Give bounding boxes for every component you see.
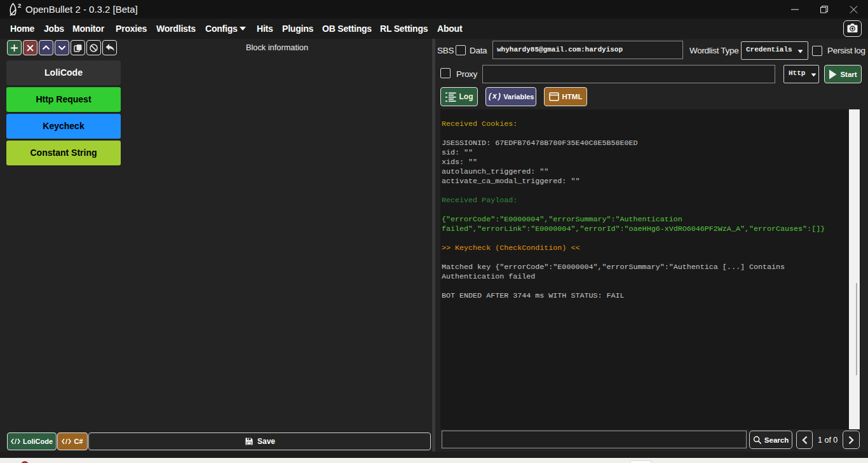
svg-text:2: 2 <box>18 2 21 9</box>
